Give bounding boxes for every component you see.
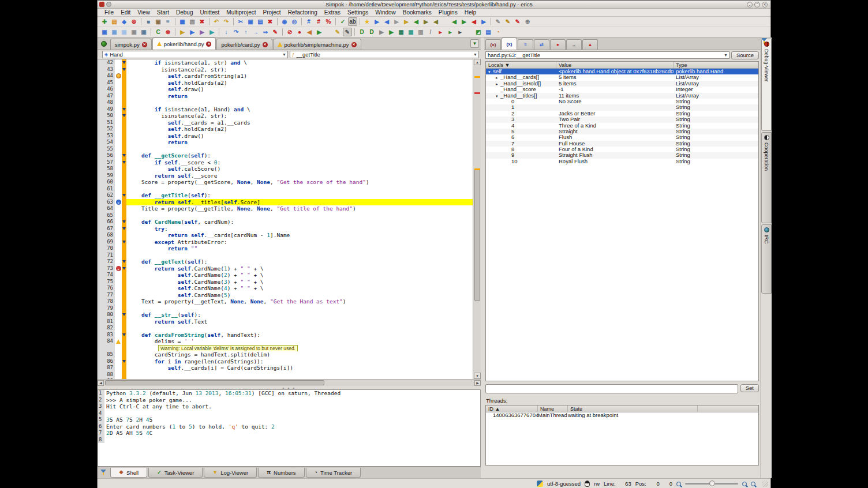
menu-debug[interactable]: Debug bbox=[173, 9, 196, 17]
fold-margin[interactable] bbox=[122, 179, 126, 186]
fold-margin[interactable] bbox=[122, 66, 126, 73]
line-marker-cell[interactable] bbox=[115, 186, 122, 193]
editor-vertical-scrollbar[interactable]: ▲ ▼ bbox=[473, 59, 481, 379]
line-marker-cell[interactable] bbox=[115, 73, 122, 80]
line-marker-cell[interactable] bbox=[115, 172, 122, 179]
menu-extras[interactable]: Extras bbox=[321, 9, 344, 17]
menu-edit[interactable]: Edit bbox=[117, 9, 134, 17]
threads-header-name[interactable]: Name bbox=[538, 406, 568, 412]
cut-icon[interactable]: ✂ bbox=[236, 17, 245, 26]
undo-icon[interactable]: ↶ bbox=[212, 17, 221, 26]
line-marker-cell[interactable] bbox=[115, 106, 122, 113]
thread-row[interactable]: 140063636776704MainThreadwaiting at brea… bbox=[486, 412, 758, 419]
fold-margin[interactable] bbox=[122, 106, 126, 113]
line-marker-cell[interactable]: ✕ bbox=[115, 199, 122, 206]
fold-margin[interactable] bbox=[122, 73, 126, 80]
fold-margin[interactable] bbox=[122, 272, 126, 279]
fold-margin[interactable] bbox=[122, 146, 126, 153]
maximize-button[interactable]: ⌃ bbox=[754, 2, 760, 7]
code-line-71[interactable]: 71 bbox=[98, 252, 473, 259]
line-marker-cell[interactable] bbox=[115, 126, 122, 133]
return-run-icon[interactable]: ◀ bbox=[305, 28, 314, 36]
line-marker-cell[interactable] bbox=[115, 232, 122, 239]
call-stack-combo[interactable]: hand.py:63:__getTitle ▼ bbox=[485, 51, 729, 59]
line-marker-cell[interactable] bbox=[115, 239, 122, 246]
fold-margin[interactable] bbox=[122, 119, 126, 126]
expand-icon[interactable]: ▸ bbox=[496, 81, 500, 87]
redo-icon[interactable]: ↷ bbox=[222, 17, 231, 26]
copy-icon[interactable]: ▣ bbox=[246, 17, 255, 26]
locals-row[interactable]: ▸_Hand__cards[]5 itemsList/Array bbox=[486, 74, 758, 80]
zoom-in-icon[interactable] bbox=[742, 482, 747, 486]
breakpoint-toggle-icon[interactable]: ▣ bbox=[100, 28, 109, 36]
locals-row[interactable]: 1String bbox=[486, 104, 758, 110]
line-marker-cell[interactable] bbox=[115, 325, 122, 332]
code-line-74[interactable]: 74 self.CardName(2) + " " + \ bbox=[98, 272, 473, 279]
goto-last-edit-icon[interactable]: % bbox=[324, 17, 333, 26]
locals-row[interactable]: _Hand__score-1Integer bbox=[486, 87, 758, 92]
edit-mode-icon[interactable]: ✎ bbox=[493, 17, 503, 26]
goto-brace-icon[interactable]: # bbox=[314, 17, 323, 26]
menu-multiproject[interactable]: Multiproject bbox=[223, 9, 259, 17]
line-marker-cell[interactable] bbox=[115, 332, 122, 339]
window-sticky-icon[interactable] bbox=[106, 2, 111, 7]
delete-icon[interactable]: ✖ bbox=[265, 17, 275, 26]
paste-icon[interactable]: ▤ bbox=[256, 17, 265, 26]
debug-tab-breakpoints[interactable]: ● bbox=[550, 39, 566, 50]
bottom-tab-time-tracker[interactable]: ◔Time Tracker bbox=[306, 468, 361, 478]
close-tab-icon[interactable]: ✕ bbox=[263, 42, 268, 47]
bottom-tab-numbers[interactable]: πNumbers bbox=[258, 468, 304, 478]
menu-plugins[interactable]: Plugins bbox=[435, 9, 461, 17]
code-line-58[interactable]: 58 self.calcScore() bbox=[98, 166, 473, 172]
change-accept-icon[interactable]: ◀ bbox=[469, 17, 478, 26]
code-line-65[interactable]: 65 bbox=[98, 212, 473, 219]
warning-next-icon[interactable]: ▶ bbox=[421, 17, 431, 26]
fold-margin[interactable] bbox=[122, 298, 126, 305]
run-script-icon[interactable]: ▶ bbox=[178, 28, 187, 36]
bookmark-previous-icon[interactable]: ◀ bbox=[382, 17, 391, 26]
code-line-60[interactable]: 60 Score = property(__getScore, None, No… bbox=[98, 179, 473, 186]
fold-margin[interactable] bbox=[122, 159, 126, 166]
locals-row[interactable]: ▾_Hand__titles[]11 itemsList/Array bbox=[486, 93, 758, 99]
close-session-icon[interactable]: ⊗ bbox=[129, 17, 139, 26]
close-button[interactable]: ✕ bbox=[762, 2, 768, 7]
locals-row[interactable]: ▸_Hand__isHold[]5 itemsList/Array bbox=[486, 81, 758, 87]
pencil-icon[interactable]: ✎ bbox=[333, 28, 342, 36]
code-line-72[interactable]: 72 def __getText(self): bbox=[98, 258, 473, 265]
code-line-77[interactable]: 77 self.CardName(5) bbox=[98, 292, 473, 299]
code-line-67[interactable]: 67 try: bbox=[98, 226, 473, 232]
line-marker-cell[interactable] bbox=[115, 139, 122, 146]
side-tab-irc[interactable]: IRC bbox=[761, 224, 772, 294]
zoom-out-icon[interactable] bbox=[676, 482, 681, 486]
fold-margin[interactable] bbox=[122, 172, 126, 179]
fold-margin[interactable] bbox=[122, 358, 126, 365]
resize-grip[interactable] bbox=[762, 481, 768, 487]
code-line-45[interactable]: 45 self.holdCards(a2) bbox=[98, 80, 473, 87]
syntax-error-goto-icon[interactable]: ▶ bbox=[402, 17, 411, 26]
fold-margin[interactable] bbox=[122, 338, 126, 345]
code-line-83[interactable]: 83 def cardsFromString(self, handText): bbox=[98, 332, 473, 339]
stop-script-icon[interactable]: ⊗ bbox=[163, 28, 173, 36]
spell-check-icon[interactable]: ✓ bbox=[338, 17, 347, 26]
locals-row[interactable]: 0No ScoreString bbox=[486, 99, 758, 104]
preferences-icon[interactable]: ⊕ bbox=[523, 17, 532, 26]
coverage-script-icon[interactable]: ▶ bbox=[207, 28, 216, 36]
code-line-69[interactable]: 69 except AttributeError: bbox=[98, 239, 473, 246]
ignore-icon[interactable]: / bbox=[426, 28, 435, 36]
side-tab-cooperation[interactable]: Cooperation bbox=[761, 132, 772, 223]
code-line-79[interactable]: 79 bbox=[98, 305, 473, 312]
fold-margin[interactable] bbox=[122, 232, 126, 239]
line-marker-cell[interactable] bbox=[115, 311, 122, 318]
open-file-icon[interactable]: ▤ bbox=[110, 17, 119, 26]
threads-header-id[interactable]: ID ▲ bbox=[486, 406, 538, 412]
method-combo[interactable]: ƒ __getTitle ▼ bbox=[290, 51, 479, 58]
variables-filter-icon[interactable]: ▦ bbox=[396, 28, 406, 36]
code-line-56[interactable]: 56 def __getScore(self): bbox=[98, 152, 473, 159]
edit-review-icon[interactable]: ✎ bbox=[513, 17, 522, 26]
breakpoint-enable-icon[interactable]: ▣ bbox=[139, 28, 148, 36]
tab-list-dropdown[interactable]: ▼ bbox=[470, 39, 479, 48]
scrollbar-thumb[interactable] bbox=[474, 168, 480, 301]
fold-margin[interactable] bbox=[122, 166, 126, 172]
debuggers-d2-icon[interactable]: D bbox=[367, 28, 376, 36]
scroll-down-arrow[interactable]: ▼ bbox=[474, 373, 481, 379]
